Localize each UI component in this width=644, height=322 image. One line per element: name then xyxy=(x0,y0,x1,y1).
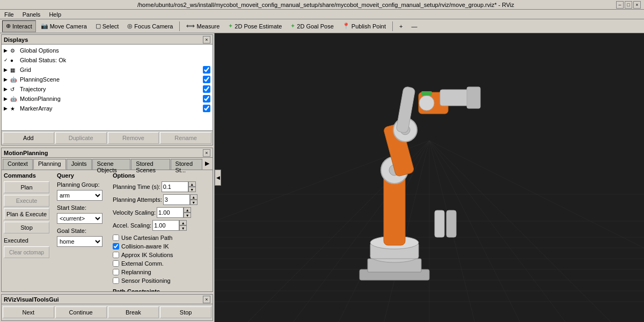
grid-checkbox[interactable] xyxy=(203,66,210,74)
pose-estimate-icon: ✦ xyxy=(228,23,233,30)
toolbar-separator-1 xyxy=(179,21,180,31)
viewport[interactable]: ◀ xyxy=(215,33,644,322)
tree-motion-planning[interactable]: ▶ 🤖 MotionPlanning xyxy=(2,94,213,104)
tree-trajectory[interactable]: ▶ ↺ Trajectory xyxy=(2,84,213,94)
marker-array-icon: ★ xyxy=(10,106,19,112)
motion-planning-close-button[interactable]: × xyxy=(203,149,210,157)
expand-arrow: ▶ xyxy=(4,48,10,53)
planning-scene-icon: 🤖 xyxy=(10,77,19,83)
planning-attempts-down[interactable]: ▼ xyxy=(190,200,197,205)
tab-stored-st[interactable]: Stored St... xyxy=(171,159,202,170)
menu-help[interactable]: Help xyxy=(47,11,63,18)
next-button[interactable]: Next xyxy=(3,306,54,318)
interact-button[interactable]: ⊕ Interact xyxy=(2,20,36,32)
viewport-scroll-arrow[interactable]: ◀ xyxy=(215,170,221,186)
planning-attempts-up[interactable]: ▲ xyxy=(190,194,197,200)
replanning-checkbox[interactable] xyxy=(113,269,119,275)
window-title: /home/ubuntu/ros2_ws/install/mycobot_mov… xyxy=(35,2,616,8)
tree-grid[interactable]: ▶ ▦ Grid xyxy=(2,65,213,75)
motion-planning-checkbox[interactable] xyxy=(203,95,210,103)
planning-time-input[interactable] xyxy=(162,181,188,192)
planning-attempts-input[interactable] xyxy=(163,194,190,205)
rename-button[interactable]: Rename xyxy=(160,132,211,144)
planning-attempts-row: Planning Attempts: ▲ ▼ xyxy=(113,194,210,205)
displays-header: Displays × xyxy=(2,35,213,45)
tab-joints[interactable]: Joints xyxy=(67,159,92,170)
goal-pose-button[interactable]: ✦ 2D Goal Pose xyxy=(287,20,337,32)
stop-viz-button[interactable]: Stop xyxy=(160,306,211,318)
duplicate-button[interactable]: Duplicate xyxy=(55,132,107,144)
tree-marker-array[interactable]: ▶ ★ MarkerArray xyxy=(2,104,213,113)
measure-button[interactable]: ⟺ Measure xyxy=(182,20,223,32)
add-tool-button[interactable]: + xyxy=(396,20,406,32)
marker-array-checkbox[interactable] xyxy=(203,105,210,112)
tab-context[interactable]: Context xyxy=(3,159,33,170)
measure-icon: ⟺ xyxy=(186,23,195,30)
sensor-positioning-row: Sensor Positioning xyxy=(113,277,210,284)
tree-global-options[interactable]: ▶ ⚙ Global Options xyxy=(2,46,213,55)
sensor-positioning-checkbox[interactable] xyxy=(113,277,119,284)
publish-icon: 📍 xyxy=(342,23,350,30)
options-header: Options xyxy=(113,172,210,179)
planning-group-select[interactable]: arm xyxy=(57,190,103,201)
execute-button[interactable]: Execute xyxy=(4,195,49,207)
planning-time-down[interactable]: ▼ xyxy=(188,187,196,192)
menu-file[interactable]: File xyxy=(2,11,16,18)
trajectory-checkbox[interactable] xyxy=(203,85,210,93)
accel-scaling-arrows: ▲ ▼ xyxy=(179,220,187,231)
close-button[interactable]: × xyxy=(633,1,641,9)
motion-planning-icon: 🤖 xyxy=(10,96,19,102)
robot-arm xyxy=(284,60,510,318)
planning-attempts-label: Planning Attempts: xyxy=(113,196,162,203)
plan-execute-button[interactable]: Plan & Execute xyxy=(4,208,49,220)
stop-button[interactable]: Stop xyxy=(4,222,49,233)
goal-state-select[interactable]: home xyxy=(57,236,103,247)
pose-estimate-button[interactable]: ✦ 2D Pose Estimate xyxy=(224,20,286,32)
velocity-scaling-up[interactable]: ▲ xyxy=(184,207,191,213)
grid-icon: ▦ xyxy=(10,67,19,73)
window-controls[interactable]: – □ × xyxy=(616,1,641,9)
interact-icon: ⊕ xyxy=(6,23,11,30)
cartesian-path-checkbox[interactable] xyxy=(113,235,119,241)
svg-rect-36 xyxy=(467,87,480,108)
tabs-scroll-right[interactable]: ▶ xyxy=(203,159,211,170)
focus-icon: ◎ xyxy=(127,23,133,30)
plan-button[interactable]: Plan xyxy=(4,181,49,193)
tab-scene-objects[interactable]: Scene Objects xyxy=(92,159,131,170)
planning-scene-checkbox[interactable] xyxy=(203,76,210,83)
external-comm-checkbox[interactable] xyxy=(113,260,119,267)
minimize-button[interactable]: – xyxy=(616,1,624,9)
tab-stored-scenes[interactable]: Stored Scenes xyxy=(131,159,170,170)
maximize-button[interactable]: □ xyxy=(625,1,632,9)
displays-close-button[interactable]: × xyxy=(203,36,210,43)
tree-planning-scene[interactable]: ▶ 🤖 PlanningScene xyxy=(2,75,213,84)
publish-point-button[interactable]: 📍 Publish Point xyxy=(339,20,390,32)
remove-tool-button[interactable]: — xyxy=(407,20,421,32)
clear-octomap-button[interactable]: Clear octomap xyxy=(4,246,49,258)
expand-arrow: ▶ xyxy=(4,77,10,82)
collision-ik-checkbox[interactable] xyxy=(113,243,119,250)
focus-camera-button[interactable]: ◎ Focus Camera xyxy=(123,20,177,32)
accel-scaling-input[interactable] xyxy=(152,220,179,231)
velocity-scaling-down[interactable]: ▼ xyxy=(184,213,191,218)
menu-panels[interactable]: Panels xyxy=(20,11,43,18)
path-constraints-section: Path Constraints None xyxy=(113,288,210,291)
external-comm-label: External Comm. xyxy=(121,260,164,267)
accel-scaling-down[interactable]: ▼ xyxy=(179,225,187,231)
planning-time-up[interactable]: ▲ xyxy=(188,181,196,187)
camera-icon: 📷 xyxy=(41,23,48,30)
break-button[interactable]: Break xyxy=(108,306,159,318)
accel-scaling-up[interactable]: ▲ xyxy=(179,220,187,225)
viz-tools-close-button[interactable]: × xyxy=(203,296,210,303)
move-camera-button[interactable]: 📷 Move Camera xyxy=(37,20,91,32)
remove-button[interactable]: Remove xyxy=(108,132,159,144)
add-button[interactable]: Add xyxy=(3,132,54,144)
viz-tools-header: RVizVisualToolsGui × xyxy=(2,295,213,304)
select-button[interactable]: ▢ Select xyxy=(92,20,123,32)
velocity-scaling-input[interactable] xyxy=(157,207,184,218)
tree-global-status[interactable]: ✓ ● Global Status: Ok xyxy=(2,55,213,65)
approx-ik-checkbox[interactable] xyxy=(113,252,119,258)
tab-planning[interactable]: Planning xyxy=(33,159,66,170)
start-state-select[interactable]: <current> xyxy=(57,213,103,224)
continue-button[interactable]: Continue xyxy=(55,306,107,318)
